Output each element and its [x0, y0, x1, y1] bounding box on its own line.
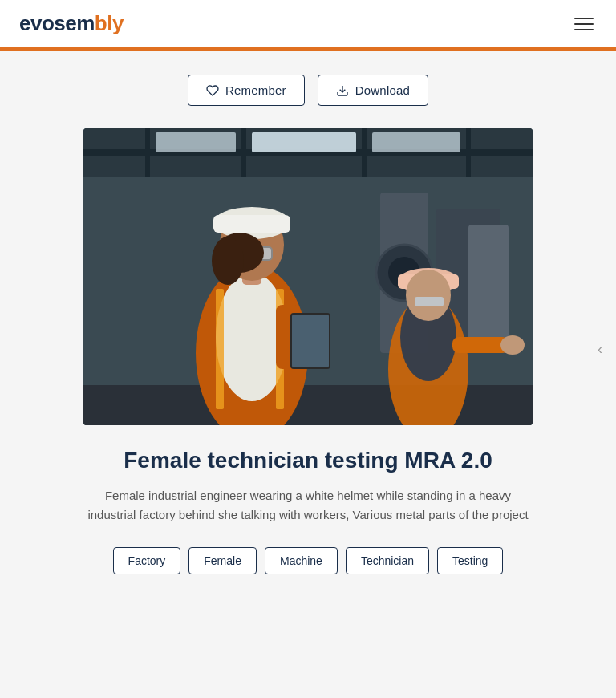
heart-icon: [206, 84, 219, 97]
header: evosembly: [0, 0, 616, 47]
svg-rect-37: [415, 297, 444, 306]
svg-point-39: [500, 335, 525, 355]
tag-female[interactable]: Female: [188, 547, 257, 574]
download-button[interactable]: Download: [318, 75, 428, 106]
svg-rect-38: [452, 337, 509, 353]
tag-factory[interactable]: Factory: [113, 547, 181, 574]
svg-rect-9: [252, 132, 356, 152]
scroll-arrow[interactable]: ‹: [592, 333, 608, 365]
svg-point-28: [212, 237, 244, 285]
main-content: Remember Download: [0, 51, 616, 607]
factory-scene-svg: [83, 128, 533, 425]
content-description: Female industrial engineer wearing a whi…: [83, 486, 533, 525]
hamburger-line-1: [574, 18, 594, 19]
tag-testing[interactable]: Testing: [437, 547, 503, 574]
logo-text-evosem: evosem: [19, 11, 95, 36]
tags-container: Factory Female Machine Technician Testin…: [113, 547, 504, 574]
main-image: [83, 128, 533, 425]
content-title: Female technician testing MRA 2.0: [124, 448, 492, 473]
svg-rect-31: [292, 315, 329, 367]
hamburger-line-2: [574, 23, 594, 25]
logo[interactable]: evosembly: [19, 11, 124, 36]
logo-text-bly: bly: [95, 11, 124, 36]
download-label: Download: [355, 83, 410, 97]
svg-rect-19: [216, 289, 224, 409]
hamburger-menu[interactable]: [571, 14, 597, 34]
tag-machine[interactable]: Machine: [265, 547, 338, 574]
download-icon: [336, 84, 349, 97]
hamburger-line-3: [574, 29, 594, 30]
remember-button[interactable]: Remember: [188, 75, 305, 106]
action-buttons: Remember Download: [188, 75, 428, 106]
tag-technician[interactable]: Technician: [346, 547, 429, 574]
svg-rect-8: [156, 132, 236, 152]
svg-rect-10: [372, 132, 460, 152]
svg-rect-24: [213, 215, 290, 233]
svg-rect-14: [468, 225, 509, 353]
remember-label: Remember: [225, 83, 286, 97]
svg-point-36: [406, 270, 451, 321]
